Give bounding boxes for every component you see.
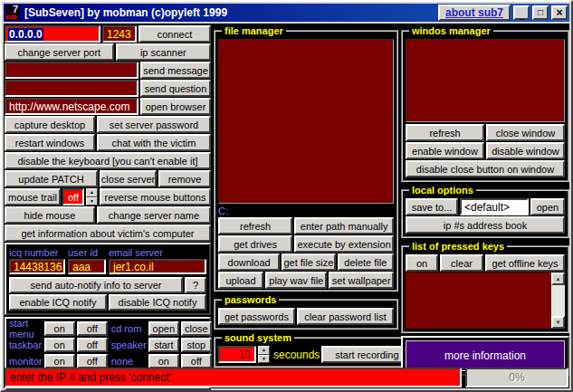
taskbar-off-button[interactable]: off: [77, 338, 108, 352]
spinner-up-icon[interactable]: ▲: [86, 188, 98, 197]
autonotify-row: send auto-notify info to server ?: [9, 277, 206, 293]
change-server-port-button[interactable]: change server port: [5, 43, 114, 61]
server-row: update PATCH close server remove: [5, 170, 211, 187]
wm-refresh-button[interactable]: refresh: [406, 124, 484, 141]
taskbar-on-button[interactable]: on: [44, 338, 75, 352]
maximize-button[interactable]: □: [532, 5, 549, 20]
disable-window-button[interactable]: disable window: [486, 142, 565, 159]
disable-icq-notify-button[interactable]: disable ICQ notify: [109, 294, 206, 311]
play-wav-button[interactable]: play wav file: [265, 272, 327, 289]
get-file-size-button[interactable]: get file size: [282, 253, 335, 271]
close-button[interactable]: ×: [551, 5, 568, 20]
keys-on-button[interactable]: on: [406, 254, 438, 272]
start-recording-button[interactable]: start recording: [321, 346, 412, 363]
connect-button[interactable]: connect: [138, 25, 211, 43]
ip-scanner-button[interactable]: ip scanner: [116, 43, 211, 61]
sub7-app-icon[interactable]: 7 sub: [5, 5, 20, 20]
save-path-input[interactable]: <default>: [460, 198, 529, 215]
scroll-down-icon[interactable]: ▼: [551, 316, 565, 329]
update-patch-button[interactable]: update PATCH: [5, 170, 98, 187]
file-manager-group: file manager C: refresh enter path manua…: [214, 25, 398, 292]
scroll-up-icon[interactable]: ▲: [551, 272, 565, 285]
scroll-track[interactable]: [551, 285, 565, 316]
enter-path-button[interactable]: enter path manually: [294, 217, 394, 234]
autonotify-help-button[interactable]: ?: [185, 277, 206, 293]
download-button[interactable]: download: [218, 253, 280, 271]
speaker-start-button[interactable]: start: [148, 338, 179, 352]
minimize-button[interactable]: _: [513, 5, 530, 20]
connection-column: 0.0.0.0 1243 connect change server port …: [5, 25, 211, 391]
set-server-password-button[interactable]: set server password: [97, 116, 211, 133]
seconds-input[interactable]: 10: [218, 346, 256, 363]
ip-value: 0.0.0.0: [8, 28, 43, 41]
titlebar[interactable]: 7 sub [SubSeven] by mobman (c)opyleft 19…: [4, 4, 569, 22]
restart-windows-button[interactable]: restart windows: [5, 134, 95, 151]
send-autonotify-button[interactable]: send auto-notify info to server: [9, 277, 183, 293]
open-browser-button[interactable]: open browser: [140, 98, 211, 115]
get-drives-button[interactable]: get drives: [218, 235, 292, 253]
close-server-button[interactable]: close server: [100, 170, 157, 187]
upload-button[interactable]: upload: [218, 272, 263, 289]
disable-keyboard-button[interactable]: disable the keyboard [you can't enable i…: [5, 152, 211, 169]
email-server-input[interactable]: jer1.co.il: [109, 259, 206, 274]
ip-input[interactable]: 0.0.0.0: [5, 25, 100, 43]
send-question-button[interactable]: send question: [140, 80, 211, 97]
save-to-button[interactable]: save to...: [406, 198, 458, 215]
toggle-row-none: none on off: [111, 354, 212, 368]
set-wallpaper-button[interactable]: set wallpaper: [329, 272, 394, 289]
speaker-stop-button[interactable]: stop: [181, 338, 212, 352]
more-information-button[interactable]: more information: [406, 340, 565, 371]
enable-window-button[interactable]: enable window: [406, 142, 484, 159]
seconds-down-icon[interactable]: ▼: [258, 355, 270, 364]
file-list[interactable]: [218, 39, 394, 204]
user-id-input[interactable]: aaa: [68, 259, 106, 274]
keys-scrollbar[interactable]: ▲ ▼: [551, 272, 565, 329]
about-sub7-button[interactable]: about sub7: [438, 5, 511, 21]
maximize-icon: □: [538, 8, 543, 17]
message-input[interactable]: [5, 62, 138, 79]
port-input[interactable]: 1243: [102, 25, 137, 43]
windows-list[interactable]: [406, 39, 565, 122]
get-passwords-button[interactable]: get passwords: [218, 308, 295, 325]
cdrom-close-button[interactable]: close: [181, 321, 212, 336]
spinner-down-icon[interactable]: ▼: [86, 197, 98, 206]
capture-desktop-button[interactable]: capture desktop: [5, 116, 95, 133]
send-message-button[interactable]: send message: [140, 62, 211, 79]
enable-icq-notify-button[interactable]: enable ICQ notify: [9, 294, 107, 311]
mouse-trail-state[interactable]: off: [62, 188, 84, 206]
question-input[interactable]: [5, 80, 138, 97]
open-address-button[interactable]: open: [530, 198, 565, 215]
delete-file-button[interactable]: delete file: [338, 253, 394, 271]
none-on-button[interactable]: on: [148, 354, 179, 368]
none-off-button[interactable]: off: [181, 354, 212, 368]
remove-button[interactable]: remove: [158, 170, 211, 187]
hide-mouse-button[interactable]: hide mouse: [5, 206, 95, 224]
cdrom-open-button[interactable]: open: [148, 321, 179, 336]
start-menu-on-button[interactable]: on: [44, 321, 75, 336]
reverse-mouse-buttons-button[interactable]: reverse mouse buttons: [100, 188, 211, 206]
keys-display: ▲ ▼: [406, 272, 565, 329]
url-input[interactable]: http://www.netscape.com: [5, 98, 138, 115]
monitor-off-button[interactable]: off: [77, 354, 108, 368]
window-title: [SubSeven] by mobman (c)opyleft 1999: [23, 6, 435, 19]
keys-textarea[interactable]: [406, 272, 551, 329]
seconds-label: secounds: [272, 349, 320, 361]
close-window-button[interactable]: close window: [486, 124, 565, 141]
fm-refresh-button[interactable]: refresh: [218, 217, 292, 234]
disable-close-button-button[interactable]: disable close button on window: [406, 160, 565, 177]
get-offline-keys-button[interactable]: get offline keys: [485, 254, 565, 272]
get-victim-info-button[interactable]: get information about victim's computer: [5, 225, 211, 242]
change-server-name-button[interactable]: change server name: [97, 206, 211, 224]
seconds-up-icon[interactable]: ▲: [258, 346, 270, 355]
chat-with-victim-button[interactable]: chat with the victim: [97, 134, 211, 151]
execute-by-extension-button[interactable]: execute by extension: [294, 235, 394, 253]
clear-password-list-button[interactable]: clear password list: [297, 308, 394, 325]
user-id-label: user id: [68, 247, 106, 258]
mouse-trail-button[interactable]: mouse trail: [5, 188, 61, 206]
icq-number-input[interactable]: 14438136: [9, 259, 65, 274]
start-menu-off-button[interactable]: off: [77, 321, 108, 336]
ip-address-book-button[interactable]: ip #s address book: [406, 216, 565, 234]
monitor-on-button[interactable]: on: [44, 354, 75, 368]
keys-clear-button[interactable]: clear: [440, 254, 483, 272]
taskbar-label: taskbar: [9, 339, 43, 350]
